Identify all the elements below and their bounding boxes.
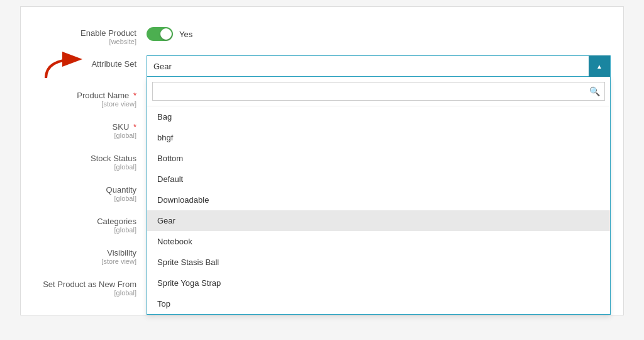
attribute-set-dropdown: 🔍 BagbhgfBottomDefaultDownloadableGearNo… xyxy=(147,77,611,315)
attribute-set-input-col: Gear ▲ 🔍 BagbhgfBottomDefaultDownloadabl… xyxy=(147,55,611,77)
dropdown-option[interactable]: Sprite Yoga Strap xyxy=(147,273,610,293)
dropdown-option[interactable]: bhgf xyxy=(147,127,610,148)
attribute-set-select-box[interactable]: Gear ▲ xyxy=(147,55,611,77)
categories-label: Categories [global] xyxy=(33,213,147,234)
enable-product-input-col: Yes xyxy=(147,25,611,41)
dropdown-search-input[interactable] xyxy=(152,82,605,101)
enable-product-row: Enable Product [website] Yes xyxy=(21,20,623,50)
dropdown-option[interactable]: Default xyxy=(147,169,610,190)
form-panel: Enable Product [website] Yes Attribute S… xyxy=(20,6,624,315)
dropdown-option[interactable]: Gear xyxy=(147,210,610,231)
attribute-set-row: Attribute Set Gear ▲ 🔍 xyxy=(21,50,623,82)
dropdown-option[interactable]: Sprite Stasis Ball xyxy=(147,252,610,273)
visibility-label: Visibility [store view] xyxy=(33,244,147,265)
attribute-set-toggle-btn[interactable]: ▲ xyxy=(589,55,610,77)
arrow-up-icon: ▲ xyxy=(596,63,602,70)
dropdown-search-wrap: 🔍 xyxy=(147,77,610,106)
dropdown-option[interactable]: Bottom xyxy=(147,148,610,169)
quantity-label: Quantity [global] xyxy=(33,181,147,202)
enable-product-toggle[interactable] xyxy=(147,27,173,41)
attribute-set-select-wrap: Gear ▲ 🔍 BagbhgfBottomDefaultDownloadabl… xyxy=(147,55,611,77)
sku-label: SKU * [global] xyxy=(33,118,147,139)
attribute-set-label: Attribute Set xyxy=(33,55,147,69)
product-name-label: Product Name * [store view] xyxy=(33,87,147,108)
dropdown-option[interactable]: Bag xyxy=(147,106,610,127)
dropdown-option[interactable]: Top xyxy=(147,293,610,314)
dropdown-option[interactable]: Downloadable xyxy=(147,190,610,210)
new-from-label: Set Product as New From [global] xyxy=(33,276,147,297)
dropdown-options-list: BagbhgfBottomDefaultDownloadableGearNote… xyxy=(147,106,610,314)
toggle-state-label: Yes xyxy=(179,30,192,39)
dropdown-search-icon: 🔍 xyxy=(589,86,600,96)
dropdown-option[interactable]: Notebook xyxy=(147,231,610,252)
stock-status-label: Stock Status [global] xyxy=(33,150,147,171)
enable-product-label: Enable Product [website] xyxy=(33,25,147,45)
attribute-set-value: Gear xyxy=(147,62,589,71)
toggle-wrap: Yes xyxy=(147,25,611,41)
